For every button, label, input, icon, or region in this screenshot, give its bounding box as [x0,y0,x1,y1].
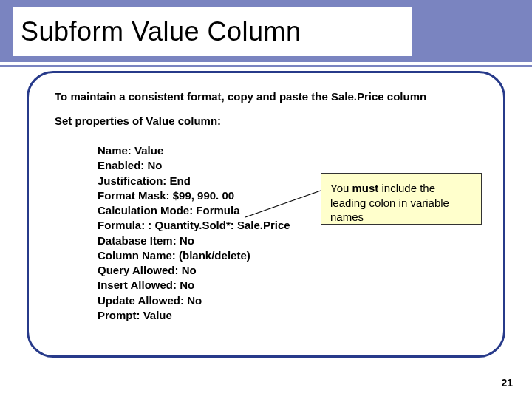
property-value: No [180,234,194,247]
property-row: Insert Allowed: No [98,278,498,293]
property-value: Formula [196,204,239,216]
property-label: Formula [98,219,141,231]
property-value: : Quantity.Sold*: Sale.Price [148,219,290,231]
property-row: Prompt: Value [98,308,498,323]
property-row: Update Allowed: No [98,293,498,308]
property-label: Query Allowed [98,264,174,276]
property-value: Value [143,309,172,321]
property-row: Enabled: No [98,158,498,173]
subintro-text: Set properties of Value column: [55,115,498,127]
property-row: Database Item: No [98,233,498,248]
property-row: Query Allowed: No [98,263,498,278]
callout-text-pre: You [330,182,352,194]
callout-box: You must include the leading colon in va… [321,173,482,225]
property-label: Update Allowed [98,294,180,307]
property-label: Name [98,144,128,157]
intro-text: To maintain a consistent format, copy an… [55,90,498,103]
property-list: Name: Value Enabled: No Justification: E… [98,143,498,323]
property-value: No [180,279,194,291]
header-underline [0,65,532,67]
property-value: No [182,264,197,276]
property-row: Column Name: (blank/delete) [98,248,498,263]
property-label: Database Item [98,234,173,247]
property-value: No [187,294,202,307]
property-value: Value [134,144,163,157]
property-label: Insert Allowed [98,279,173,291]
property-value: $99, 990. 00 [173,189,234,202]
callout-text-bold: must [352,182,378,194]
property-label: Calculation Mode [98,204,189,216]
property-value: (blank/delete) [179,249,250,262]
title-container: Subform Value Column [13,7,412,56]
slide: Subform Value Column To maintain a consi… [0,0,532,399]
property-label: Format Mask [98,189,166,202]
property-value: No [148,159,163,171]
property-label: Enabled [98,159,140,171]
property-label: Prompt [98,309,137,321]
property-value: End [170,174,191,187]
page-title: Subform Value Column [21,16,301,47]
page-number: 21 [501,377,513,389]
property-label: Column Name [98,249,172,262]
property-label: Justification [98,174,163,187]
property-row: Name: Value [98,143,498,158]
